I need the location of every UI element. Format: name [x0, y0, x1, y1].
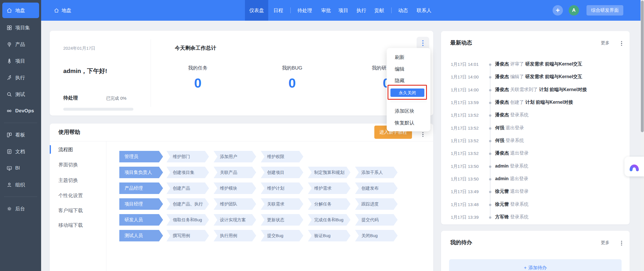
dynamics-item[interactable]: 1月17日 13:52潘俊杰 退出登录	[441, 150, 630, 157]
todo-more-link[interactable]: 更多	[601, 240, 610, 245]
app-root: 地盘 仪表盘 日程 待处理 审批 项目 执行 贡献 动态 联系人 + A 综合研…	[0, 0, 644, 271]
assistant-logo-icon	[628, 162, 640, 172]
doc-icon	[6, 148, 13, 155]
sidebar-divider	[4, 197, 37, 197]
dynamics-item[interactable]: 1月17日 13:39方军锋 登录系统	[441, 214, 630, 221]
tab-project[interactable]: 项目	[338, 0, 348, 21]
dynamics-more-link[interactable]: 更多	[601, 40, 610, 46]
divider	[106, 141, 106, 271]
help-tab-ui-switch[interactable]: 界面切换	[58, 161, 78, 169]
dynamics-item[interactable]: 1月17日 13:59潘俊杰 创建了 计划 前端与Kernel对接	[441, 99, 630, 106]
sidebar-item-home[interactable]: 地盘	[2, 3, 39, 18]
stat-value[interactable]: 0	[151, 76, 245, 90]
scrollbar-track[interactable]	[641, 0, 644, 271]
dynamics-item[interactable]: 1月17日 13:48徐元蕾 登录系统	[441, 201, 630, 208]
dynamics-item[interactable]: 1月17日 13:52何强 退出登录	[441, 125, 630, 132]
timeline-dot	[489, 153, 491, 155]
tab-contacts[interactable]: 联系人	[417, 0, 432, 21]
dynamics-item[interactable]: 1月17日 13:50admin 登录系统	[441, 163, 630, 170]
sidebar-item-admin[interactable]: 后台	[0, 200, 41, 217]
sidebar: 地盘 项目集 产品 项目 执行 测试 DevOps 看板	[0, 0, 41, 271]
welcome-block: 2024年01月17日 admin，下午好! 待处理 已完成 0% 今天剩余工作…	[50, 31, 433, 116]
menu-item-add-block[interactable]: 添加区块	[395, 107, 414, 116]
flow-row-developer: 研发人员 领取任务和Bug 设计实现方案 更新状态 完成任务和Bug 提交代码	[119, 214, 402, 226]
menu-item-hide[interactable]: 隐藏	[395, 76, 405, 85]
sidebar-item-program[interactable]: 项目集	[0, 19, 41, 36]
todo-title: 我的待办	[450, 239, 472, 246]
completion-label: 已完成 0%	[106, 96, 126, 101]
product-icon	[6, 41, 13, 48]
sidebar-item-kanban[interactable]: 看板	[0, 126, 41, 143]
sidebar-item-doc[interactable]: 文档	[0, 143, 41, 160]
divider	[50, 141, 433, 141]
tab-dynamics[interactable]: 动态	[398, 0, 408, 21]
summary-title: 今天剩余工作总计	[175, 45, 216, 51]
sidebar-item-qa[interactable]: 测试	[0, 86, 41, 103]
todo-menu-button[interactable]	[619, 239, 624, 247]
add-todo-button[interactable]: + 添加待办	[449, 259, 622, 271]
dynamics-item[interactable]: 1月17日 14:01潘俊杰 评审了 研发需求 前端与Kernel交互	[441, 61, 630, 68]
menu-item-refresh[interactable]: 刷新	[395, 53, 405, 62]
monitor-chart-icon	[6, 165, 13, 172]
sidebar-item-execution[interactable]: 执行	[0, 69, 41, 86]
menu-item-reset-default[interactable]: 恢复默认	[395, 119, 414, 127]
help-block: 使用帮助 进入新手教程 流程图 界面切换 主题切换 个性化设置 客户端下载 移动…	[50, 124, 433, 271]
dynamics-block: 最新动态 更多 1月17日 14:01潘俊杰 评审了 研发需求 前端与Kerne…	[441, 31, 630, 224]
tab-calendar[interactable]: 日程	[273, 0, 283, 21]
flow-row-tester: 测试人员 撰写用例 执行用例 提交Bug 验证Bug 关闭Bug	[119, 230, 402, 241]
menu-item-close-forever[interactable]: 永久关闭	[390, 89, 424, 97]
timeline-dot	[489, 166, 491, 168]
dynamics-menu-button[interactable]	[619, 39, 624, 48]
magnifier-icon	[6, 91, 13, 98]
todo-block: 我的待办 更多 + 添加待办	[441, 231, 630, 271]
dynamics-item[interactable]: 1月17日 14:00潘俊杰 编辑了 研发需求 前端与Kernel交互	[441, 74, 630, 81]
dynamics-item[interactable]: 1月17日 14:00潘俊杰 关联需求到了 计划 前端与Kernel对接	[441, 87, 630, 94]
dynamics-item[interactable]: 1月17日 13:50admin 退出登录	[441, 176, 630, 183]
sidebar-divider	[4, 123, 37, 123]
tab-execution[interactable]: 执行	[356, 0, 366, 21]
dynamics-item[interactable]: 1月17日 13:52潘俊杰 登录系统	[441, 112, 630, 119]
home-icon	[54, 8, 59, 13]
dynamics-item[interactable]: 1月17日 13:52何强 登录系统	[441, 138, 630, 145]
sidebar-item-org[interactable]: 组织	[0, 176, 41, 193]
kanban-icon	[6, 131, 13, 138]
help-tab-client-download[interactable]: 客户端下载	[58, 206, 83, 215]
help-tab-mobile-download[interactable]: 移动端下载	[58, 221, 83, 230]
timeline-dot	[489, 127, 491, 130]
help-tab-personalize[interactable]: 个性化设置	[58, 191, 83, 200]
tab-dashboard[interactable]: 仪表盘	[245, 0, 268, 21]
add-button[interactable]: +	[553, 5, 563, 16]
plus-icon: +	[556, 7, 560, 14]
active-tab-indicator	[50, 145, 51, 154]
block-menu-button[interactable]	[417, 37, 429, 49]
sidebar-item-project[interactable]: 项目	[0, 53, 41, 69]
tab-todo[interactable]: 待处理	[298, 0, 312, 21]
stat-my-tasks: 我的任务 0	[151, 65, 245, 90]
timeline-dot	[489, 178, 491, 180]
progress-bar	[63, 108, 133, 111]
gear-icon	[6, 205, 13, 212]
breadcrumb-label: 地盘	[62, 7, 71, 14]
ai-assistant-button[interactable]	[624, 157, 644, 176]
timeline-dot	[489, 191, 491, 193]
help-tab-theme[interactable]: 主题切换	[58, 176, 78, 185]
sidebar-item-bi[interactable]: BI	[0, 160, 41, 176]
stat-value[interactable]: 0	[245, 76, 339, 90]
sidebar-item-devops[interactable]: DevOps	[0, 103, 41, 119]
stat-my-bugs: 我的BUG 0	[245, 65, 339, 90]
breadcrumb[interactable]: 地盘	[54, 0, 71, 21]
dynamics-item[interactable]: 1月17日 13:49徐元蕾 退出登录	[441, 189, 630, 195]
sidebar-item-product[interactable]: 产品	[0, 36, 41, 53]
help-menu-button[interactable]	[421, 130, 425, 139]
menu-item-edit[interactable]: 编辑	[395, 65, 405, 74]
help-tab-flowchart[interactable]: 流程图	[58, 145, 73, 154]
flow-row-admin: 管理员 维护部门 添加用户 维护权限	[119, 151, 308, 162]
avatar[interactable]: A	[569, 5, 579, 16]
scrollbar-thumb[interactable]	[641, 1, 644, 132]
tab-contribution[interactable]: 贡献	[374, 0, 384, 21]
timeline-dot	[489, 102, 491, 104]
tab-approval[interactable]: 审批	[321, 0, 331, 21]
timeline-dot	[489, 140, 491, 142]
pending-label: 待处理	[63, 95, 78, 101]
workspace-switch-button[interactable]: 综合研发界面	[586, 5, 623, 16]
